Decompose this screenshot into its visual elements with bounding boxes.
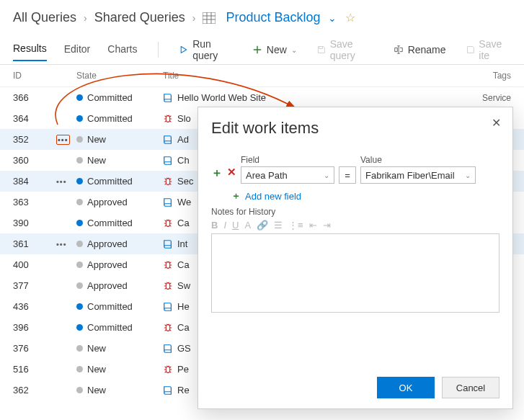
close-icon[interactable]: ✕ — [487, 115, 505, 131]
book-icon — [163, 93, 173, 103]
table-row[interactable]: 366CommittedHello World Web SiteService — [0, 87, 524, 108]
chevron-down-icon[interactable]: ⌄ — [328, 12, 337, 24]
save-query-label: Save query — [330, 38, 373, 61]
remove-row-icon[interactable]: ✕ — [227, 166, 236, 181]
cell-tags: Service — [468, 93, 511, 103]
notes-textarea[interactable] — [211, 233, 499, 313]
bug-icon — [163, 177, 173, 187]
state-dot-icon — [76, 220, 83, 226]
value-dropdown[interactable]: Fabrikam Fiber\Email ⌄ — [360, 166, 476, 184]
rename-button[interactable]: Rename — [392, 41, 448, 58]
save-icon — [466, 45, 475, 55]
col-tags[interactable]: Tags — [468, 71, 511, 81]
row-actions-icon[interactable]: ••• — [56, 135, 70, 145]
cell-id: 396 — [13, 322, 56, 333]
state-dot-icon — [76, 94, 83, 101]
state-dot-icon — [76, 345, 83, 352]
dialog-title: Edit work items — [211, 119, 499, 138]
add-row-icon[interactable]: ＋ — [211, 166, 223, 181]
cell-id: 516 — [13, 364, 56, 375]
breadcrumb-current[interactable]: Product Backlog — [226, 10, 320, 25]
row-actions-icon[interactable]: ••• — [56, 177, 67, 186]
row-actions-icon[interactable]: ••• — [56, 240, 67, 249]
bullets-button[interactable]: ☰ — [274, 220, 283, 231]
col-title[interactable]: Title — [163, 71, 468, 81]
save-icon — [317, 45, 326, 55]
favorite-icon[interactable]: ☆ — [345, 11, 355, 24]
operator-box[interactable]: = — [339, 166, 356, 184]
cell-state: Committed — [76, 301, 163, 312]
run-query-button[interactable]: Run query — [178, 35, 233, 64]
cell-state: New — [76, 155, 163, 166]
tabs-toolbar: Results Editor Charts Run query New ⌄ Sa… — [0, 28, 524, 65]
new-button[interactable]: New ⌄ — [251, 41, 298, 58]
cell-state: Committed — [76, 322, 163, 333]
table-header: ID State Title Tags — [0, 65, 524, 87]
plus-icon: ＋ — [231, 189, 241, 202]
breadcrumb-mid[interactable]: Shared Queries — [94, 10, 185, 25]
numbering-button[interactable]: ⋮≡ — [288, 220, 303, 231]
value-label: Value — [360, 155, 476, 165]
state-dot-icon — [76, 136, 83, 143]
tab-results[interactable]: Results — [13, 38, 47, 61]
breadcrumb-root[interactable]: All Queries — [13, 10, 76, 25]
cell-id: 362 — [13, 385, 56, 396]
field-label: Field — [241, 155, 334, 165]
cell-state: Committed — [76, 218, 163, 228]
font-size-button[interactable]: A — [244, 220, 251, 231]
separator — [158, 42, 159, 58]
bold-button[interactable]: B — [211, 220, 218, 231]
italic-button[interactable]: I — [223, 220, 226, 231]
book-icon — [163, 385, 173, 396]
cell-state: New — [76, 364, 163, 375]
indent-button[interactable]: ⇥ — [323, 220, 331, 231]
state-dot-icon — [76, 157, 83, 164]
underline-button[interactable]: U — [232, 220, 239, 231]
tab-editor[interactable]: Editor — [64, 39, 91, 61]
outdent-button[interactable]: ⇤ — [309, 220, 317, 231]
notes-label: Notes for History — [211, 207, 499, 217]
state-dot-icon — [76, 199, 83, 205]
breadcrumb: All Queries › Shared Queries › Product B… — [0, 0, 524, 28]
link-button[interactable]: 🔗 — [257, 220, 268, 231]
chevron-down-icon: ⌄ — [291, 46, 297, 54]
bug-icon — [163, 281, 173, 291]
state-dot-icon — [76, 115, 83, 122]
cell-title[interactable]: Hello World Web Site — [163, 92, 468, 103]
cell-state: Approved — [76, 197, 163, 207]
bug-icon — [163, 365, 173, 375]
cell-state: Approved — [76, 259, 163, 270]
cell-id: 384 — [13, 176, 56, 187]
value-value: Fabrikam Fiber\Email — [365, 170, 455, 181]
col-more — [56, 71, 76, 81]
cell-id: 436 — [13, 301, 56, 312]
book-icon — [163, 156, 173, 166]
cell-state: Committed — [76, 92, 163, 103]
field-dropdown[interactable]: Area Path ⌄ — [241, 166, 334, 184]
save-items-label: Save ite — [479, 38, 510, 61]
tab-charts[interactable]: Charts — [107, 39, 137, 61]
chevron-right-icon: › — [192, 12, 196, 24]
rename-label: Rename — [408, 44, 446, 55]
col-state[interactable]: State — [76, 71, 163, 81]
bug-icon — [163, 114, 173, 124]
book-icon — [163, 197, 173, 207]
state-dot-icon — [76, 366, 83, 372]
bug-icon — [163, 218, 173, 228]
book-icon — [163, 344, 173, 354]
cell-state: New — [76, 385, 163, 396]
ok-button[interactable]: OK — [377, 377, 435, 398]
cell-id: 360 — [13, 155, 56, 166]
dialog-buttons: OK Cancel — [377, 377, 499, 398]
save-query-button: Save query — [316, 35, 375, 64]
cell-state: Committed — [76, 113, 163, 124]
cell-id: 363 — [13, 197, 56, 207]
cell-id: 361 — [13, 238, 56, 249]
cancel-button[interactable]: Cancel — [442, 377, 499, 398]
col-id[interactable]: ID — [13, 71, 56, 81]
field-value: Area Path — [246, 170, 288, 181]
cell-state: Committed — [76, 176, 163, 187]
book-icon — [163, 239, 173, 249]
add-new-field-link[interactable]: ＋ Add new field — [231, 189, 499, 202]
format-toolbar: B I U A 🔗 ☰ ⋮≡ ⇤ ⇥ — [211, 218, 499, 233]
